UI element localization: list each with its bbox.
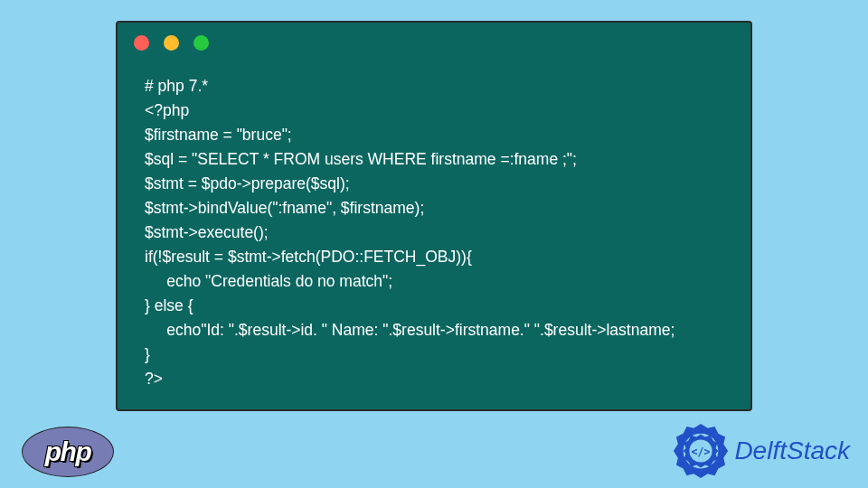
php-logo: php: [22, 427, 114, 477]
window-controls: [134, 35, 209, 51]
php-logo-text: php: [45, 436, 90, 467]
close-icon: [134, 35, 149, 51]
delftstack-text: DelftStack: [734, 436, 850, 465]
svg-text:</>: </>: [692, 446, 711, 458]
code-window: # php 7.* <?php $firstname = "bruce"; $s…: [116, 21, 752, 411]
delftstack-gear-icon: </>: [673, 423, 729, 479]
maximize-icon: [193, 35, 209, 51]
minimize-icon: [164, 35, 179, 51]
code-block: # php 7.* <?php $firstname = "bruce"; $s…: [145, 74, 732, 391]
delftstack-logo: </> DelftStack: [673, 423, 850, 479]
